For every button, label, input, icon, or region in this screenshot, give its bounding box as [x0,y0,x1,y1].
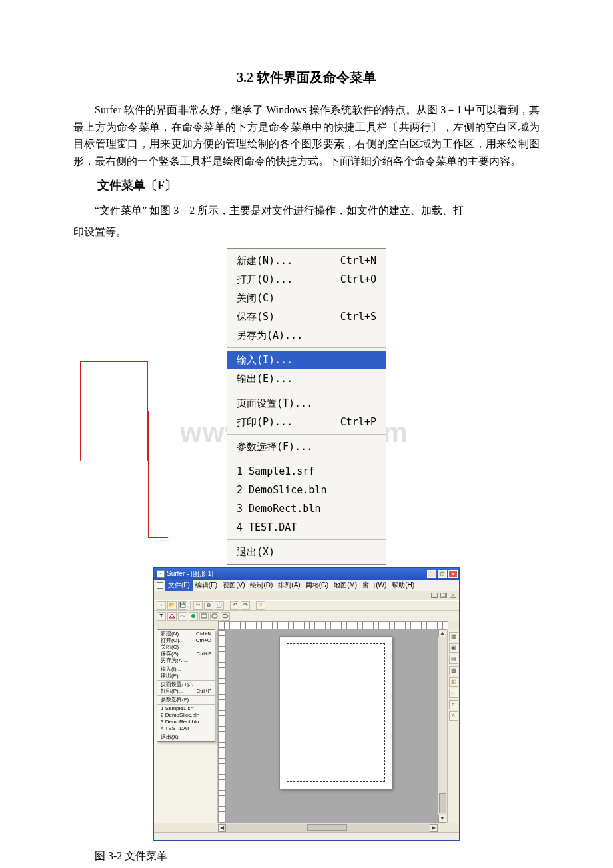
scroll-left-icon[interactable]: ◀ [218,824,226,832]
tool-text-icon[interactable]: T [157,612,166,621]
menu-view[interactable]: 视图(V) [220,579,247,591]
scroll-thumb-v[interactable] [439,793,446,813]
statusbar [154,832,459,840]
app-icon: ~ [157,570,165,578]
map-surface-icon[interactable]: Λ [449,711,458,721]
svg-point-1 [191,614,195,618]
doc-icon [157,582,163,589]
tool-undo-icon[interactable]: ↶ [230,601,239,610]
scroll-up-icon[interactable]: ▲ [438,629,446,637]
sm-recent-1[interactable]: 1 Sample1.srf [157,705,215,712]
menu-help[interactable]: 帮助(H) [389,579,417,591]
menu-item-print[interactable]: 打印(P)...Ctrl+P [227,413,386,431]
map-contour-icon[interactable]: ▦ [449,632,458,641]
work-area: 新建(N)...Ctrl+N 打开(O)...Ctrl+O 关闭(C) 保存(S… [154,629,459,823]
sm-import[interactable]: 输入(I)... [157,666,215,673]
scroll-down-icon[interactable]: ▼ [438,815,446,823]
tool-ellipse-icon[interactable] [221,612,230,621]
map-base-icon[interactable]: ▣ [449,643,458,653]
mdi-controls: _ ❐ × [154,591,459,600]
menu-item-close[interactable]: 关闭(C) [227,289,386,307]
menu-window[interactable]: 窗口(W) [360,579,389,591]
tool-copy-icon[interactable]: ⧉ [204,601,213,610]
sm-open[interactable]: 打开(O)...Ctrl+O [157,637,215,644]
tool-open-icon[interactable]: 📂 [167,601,177,610]
menu-item-recent-2[interactable]: 2 DemoSlice.bln [227,481,386,499]
maximize-button[interactable]: □ [438,570,447,578]
menu-item-page-setup[interactable]: 页面设置(T)... [227,394,386,413]
tool-paste-icon[interactable]: 📋 [215,601,224,610]
menu-item-new[interactable]: 新建(N)...Ctrl+N [227,251,386,270]
tool-rectangle-icon[interactable] [199,612,209,621]
menu-draw[interactable]: 绘制(D) [247,579,275,591]
svg-point-4 [223,614,228,618]
sm-recent-4[interactable]: 4 TEST.DAT [157,725,215,732]
sm-recent-2[interactable]: 2 DemoSlice.bln [157,712,215,719]
surfer-app-window: ~ Surfer - [图形:1] _ □ × 文件(F) 编辑(E) 视图(V… [153,567,460,841]
menubar: 文件(F) 编辑(E) 视图(V) 绘制(D) 排列(A) 网格(G) 地图(M… [154,580,459,591]
menu-item-recent-3[interactable]: 3 DemoRect.bln [227,499,386,518]
sm-close[interactable]: 关闭(C) [157,644,215,651]
tool-symbol-icon[interactable] [189,612,198,621]
sm-print[interactable]: 打印(P)...Ctrl+P [157,688,215,695]
map-image-icon[interactable]: ▩ [449,666,458,675]
sm-save[interactable]: 保存(S)Ctrl+S [157,651,215,657]
figure-caption: 图 3-2 文件菜单 [73,847,540,865]
toolbar-row-1: ▫ 📂 💾 ✂ ⧉ 📋 ↶ ↷ ? [154,600,459,611]
tool-polyline-icon[interactable] [178,612,187,621]
menu-item-import[interactable]: 输入(I)... [227,351,386,369]
scrollbar-horizontal[interactable]: ◀ ▶ [218,823,438,832]
scroll-thumb-h[interactable] [307,824,347,831]
close-button[interactable]: × [448,570,458,578]
tool-rounded-rect-icon[interactable] [210,612,219,621]
menu-item-recent-1[interactable]: 1 Sample1.srf [227,462,386,481]
minimize-button[interactable]: _ [427,570,436,578]
tool-cut-icon[interactable]: ✂ [193,601,203,610]
callout-connector-v [148,411,149,537]
svg-marker-0 [169,614,175,618]
tool-help-icon[interactable]: ? [256,601,265,610]
menu-grid[interactable]: 网格(G) [303,579,331,591]
sm-exit[interactable]: 退出(X) [157,734,215,741]
tool-save-icon[interactable]: 💾 [178,601,187,610]
mdi-minimize-button[interactable]: _ [431,593,438,598]
menu-item-export[interactable]: 输出(E)... [227,369,386,388]
map-vector-icon[interactable]: t↓ [449,689,458,698]
map-post-icon[interactable]: ▤ [449,655,458,664]
tool-redo-icon[interactable]: ↷ [241,601,250,610]
menu-item-save[interactable]: 保存(S)Ctrl+S [227,307,386,326]
menu-map[interactable]: 地图(M) [331,579,360,591]
svg-rect-2 [201,614,207,618]
menu-item-recent-4[interactable]: 4 TEST.DAT [227,518,386,537]
drawing-canvas[interactable] [226,629,438,823]
svg-rect-3 [212,614,217,618]
map-shaded-icon[interactable]: ◧ [449,677,458,687]
sm-preferences[interactable]: 参数选择(F)... [157,697,215,703]
sm-recent-3[interactable]: 3 DemoRect.bln [157,719,215,725]
section-title: 3.2 软件界面及命令菜单 [73,67,540,88]
menu-file[interactable]: 文件(F) [165,579,193,591]
mdi-restore-button[interactable]: ❐ [440,593,447,598]
mdi-close-button[interactable]: × [450,593,456,598]
menu-item-open[interactable]: 打开(O)...Ctrl+O [227,270,386,289]
sm-saveas[interactable]: 另存为(A)... [157,657,215,664]
figure-3-2: 新建(N)...Ctrl+N 打开(O)...Ctrl+O 关闭(C) 保存(S… [153,248,460,841]
tool-polygon-icon[interactable] [167,612,177,621]
sm-export[interactable]: 输出(E)... [157,673,215,679]
tool-new-icon[interactable]: ▫ [157,601,166,610]
menu-item-saveas[interactable]: 另存为(A)... [227,326,386,345]
toolbar-row-2: T [154,611,459,621]
callout-box [80,361,148,461]
map-wireframe-icon[interactable]: # [449,700,458,709]
menu-item-exit[interactable]: 退出(X) [227,543,386,561]
menu-arrange[interactable]: 排列(A) [275,579,303,591]
menu-edit[interactable]: 编辑(E) [193,579,220,591]
scrollbar-vertical[interactable]: ▲ ▼ [438,629,447,823]
menu-item-preferences[interactable]: 参数选择(F)... [227,437,386,456]
callout-connector-h [148,537,168,538]
sm-page-setup[interactable]: 页面设置(T)... [157,681,215,688]
sm-new[interactable]: 新建(N)...Ctrl+N [157,631,215,637]
subheading-file-menu: 文件菜单〔F〕 [73,176,540,195]
window-titlebar[interactable]: ~ Surfer - [图形:1] _ □ × [154,568,459,580]
scroll-right-icon[interactable]: ▶ [430,824,438,832]
